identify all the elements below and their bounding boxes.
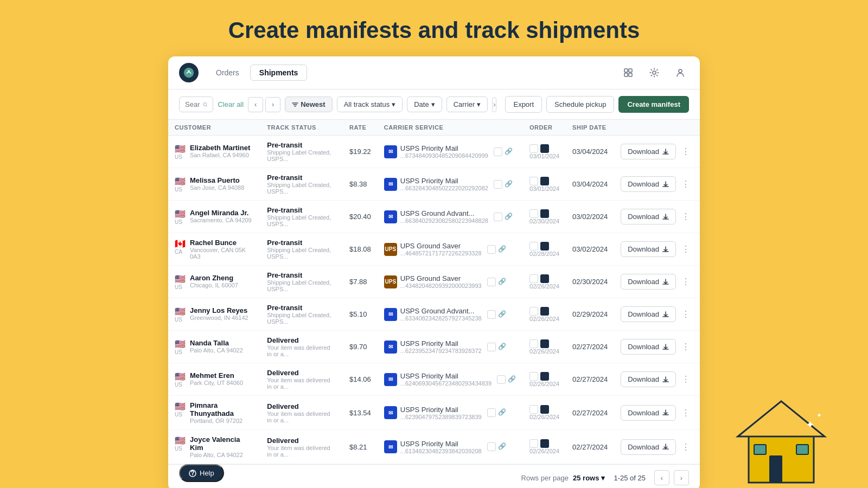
track-icon-1[interactable]: 🔗 (505, 180, 513, 189)
download-icon-4 (662, 279, 669, 285)
order-app-icon-8[interactable] (540, 405, 549, 414)
more-options-button-2[interactable]: ⋮ (678, 209, 693, 224)
download-button-0[interactable]: Download (621, 144, 676, 159)
download-button-5[interactable]: Download (621, 306, 676, 322)
track-icon-3[interactable]: 🔗 (498, 245, 507, 254)
next-page-button[interactable]: › (674, 470, 689, 485)
table-row: 🇺🇸 US Joyce Valencia Kim Palo Alto, CA 9… (168, 430, 700, 464)
copy-tracking-icon-1[interactable] (494, 180, 502, 189)
actions-cell-0: Download ⋮ (614, 136, 700, 168)
prev-page-button[interactable]: ‹ (654, 470, 669, 485)
more-options-button-6[interactable]: ⋮ (678, 339, 693, 355)
more-options-button-3[interactable]: ⋮ (678, 242, 693, 257)
ship-date-cell-0: 03/04/2024 (566, 136, 614, 168)
more-options-button-8[interactable]: ⋮ (678, 405, 693, 420)
order-app-icon-2[interactable] (540, 209, 549, 218)
more-options-button-9[interactable]: ⋮ (678, 439, 693, 454)
order-cell-7: 02/26/2024 (523, 363, 566, 396)
user-icon[interactable] (672, 64, 689, 81)
track-status-filter-button[interactable]: All track status ▾ (337, 97, 403, 112)
col-actions (614, 120, 700, 136)
order-app-icon-6[interactable] (540, 339, 549, 348)
ship-date-cell-6: 02/27/2024 (566, 331, 614, 363)
schedule-pickup-button[interactable]: Schedule pickup (546, 96, 614, 113)
order-app-icon-0[interactable] (540, 144, 549, 153)
export-button[interactable]: Export (505, 96, 542, 113)
order-copy-icon-4[interactable] (529, 274, 538, 283)
track-icon-9[interactable]: 🔗 (498, 442, 507, 451)
copy-tracking-icon-0[interactable] (494, 147, 502, 156)
more-options-button-7[interactable]: ⋮ (678, 372, 693, 387)
download-button-3[interactable]: Download (621, 241, 676, 257)
copy-tracking-icon-8[interactable] (487, 408, 496, 417)
copy-tracking-icon-3[interactable] (487, 245, 496, 254)
order-app-icon-9[interactable] (540, 439, 549, 448)
order-app-icon-1[interactable] (540, 177, 549, 185)
track-icon-6[interactable]: 🔗 (498, 343, 507, 351)
grid-icon[interactable] (620, 64, 637, 81)
tab-orders[interactable]: Orders (207, 65, 248, 81)
search-box[interactable] (179, 97, 213, 112)
top-nav: Orders Shipments (168, 56, 700, 89)
next-arrow-button[interactable]: › (265, 97, 280, 112)
more-options-button-4[interactable]: ⋮ (678, 274, 693, 290)
track-icon-4[interactable]: 🔗 (498, 278, 507, 286)
copy-tracking-icon-4[interactable] (487, 278, 496, 286)
download-button-9[interactable]: Download (621, 439, 676, 455)
track-icon-8[interactable]: 🔗 (498, 408, 507, 417)
order-copy-icon-5[interactable] (529, 307, 538, 316)
order-copy-icon-9[interactable] (529, 439, 538, 448)
table-footer: Rows per page 25 rows ▾ 1-25 of 25 ‹ › (168, 464, 700, 488)
rows-per-page-label: Rows per page (521, 474, 569, 482)
svg-text:✦: ✦ (806, 419, 815, 431)
rows-per-page-select[interactable]: 25 rows ▾ (573, 474, 605, 482)
download-button-4[interactable]: Download (621, 274, 676, 290)
download-button-7[interactable]: Download (621, 371, 676, 387)
order-copy-icon-6[interactable] (529, 339, 538, 348)
order-app-icon-3[interactable] (540, 242, 549, 251)
order-app-icon-4[interactable] (540, 274, 549, 283)
copy-tracking-icon-5[interactable] (487, 310, 496, 319)
app-logo (179, 63, 199, 82)
download-button-1[interactable]: Download (621, 176, 676, 192)
copy-tracking-icon-7[interactable] (497, 375, 506, 384)
help-button[interactable]: Help (179, 464, 224, 482)
sort-newest-button[interactable]: Newest (285, 97, 333, 112)
more-options-button-0[interactable]: ⋮ (678, 144, 693, 159)
carrier-filter-button[interactable]: Carrier ▾ (446, 97, 488, 112)
order-copy-icon-3[interactable] (529, 242, 538, 251)
order-app-icon-7[interactable] (540, 372, 549, 381)
more-options-button-1[interactable]: ⋮ (678, 177, 693, 192)
order-copy-icon-7[interactable] (529, 372, 538, 381)
clear-all-button[interactable]: Clear all (218, 100, 244, 108)
prev-arrow-button[interactable]: ‹ (248, 97, 263, 112)
date-filter-button[interactable]: Date ▾ (407, 97, 442, 112)
order-copy-icon-8[interactable] (529, 405, 538, 414)
track-icon-0[interactable]: 🔗 (505, 147, 513, 156)
download-button-2[interactable]: Download (621, 209, 676, 224)
search-input[interactable] (185, 100, 200, 108)
order-copy-icon-1[interactable] (529, 177, 538, 185)
track-icon-5[interactable]: 🔗 (498, 310, 507, 319)
download-button-8[interactable]: Download (621, 405, 676, 421)
settings-icon[interactable] (646, 64, 663, 81)
carrier-cell-4: UPS UPS Ground Saver ...4348204820939200… (378, 266, 523, 298)
track-icon-7[interactable]: 🔗 (508, 375, 516, 384)
order-cell-1: 03/01/2024 (523, 168, 566, 201)
copy-tracking-icon-6[interactable] (487, 343, 496, 351)
copy-tracking-icon-2[interactable] (494, 213, 502, 221)
track-icon-2[interactable]: 🔗 (505, 213, 513, 221)
more-filters-button[interactable]: › (492, 97, 496, 112)
download-button-6[interactable]: Download (621, 339, 676, 355)
svg-point-6 (653, 71, 656, 74)
order-copy-icon-2[interactable] (529, 209, 538, 218)
create-manifest-button[interactable]: Create manifest (618, 96, 689, 113)
copy-tracking-icon-9[interactable] (487, 442, 496, 451)
rate-cell-2: $20.40 (343, 201, 378, 233)
order-app-icon-5[interactable] (540, 307, 549, 316)
table-row: 🇺🇸 US Nanda Talla Palo Alto, CA 94022 De… (168, 331, 700, 363)
order-copy-icon-0[interactable] (529, 144, 538, 153)
more-options-button-5[interactable]: ⋮ (678, 307, 693, 322)
actions-cell-9: Download ⋮ (614, 430, 700, 464)
tab-shipments[interactable]: Shipments (250, 65, 308, 81)
